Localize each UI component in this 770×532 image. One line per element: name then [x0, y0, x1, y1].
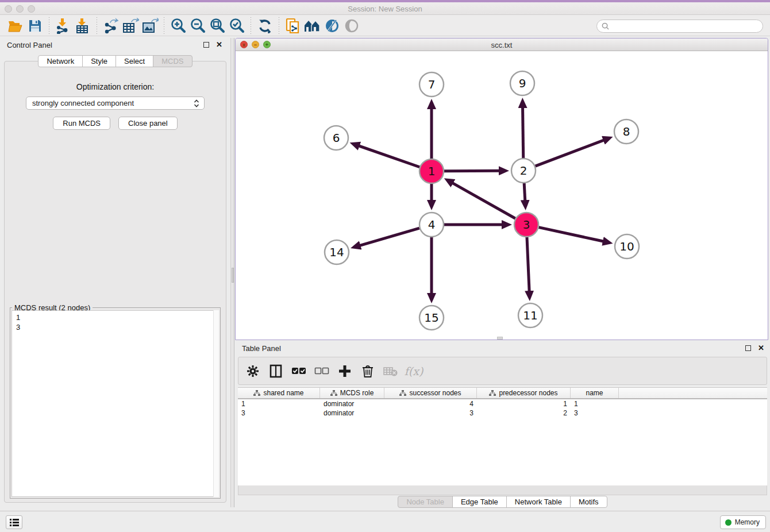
column-mcds-role[interactable]: MCDS role — [320, 388, 384, 398]
graph-edge-2-9[interactable] — [523, 107, 523, 158]
graph-edge-4-14[interactable] — [359, 228, 419, 245]
column-predecessor-nodes[interactable]: predecessor nodes — [477, 388, 571, 398]
zoom-in-icon[interactable] — [168, 17, 188, 35]
save-icon[interactable] — [25, 17, 45, 35]
select-all-icon[interactable] — [291, 364, 306, 379]
graph-edge-2-8[interactable] — [536, 140, 605, 167]
trash-icon[interactable] — [360, 364, 375, 379]
control-panel: Control Panel ✕ Network Style Select MCD… — [0, 38, 230, 507]
column-label: successor nodes — [409, 389, 461, 397]
main-toolbar — [0, 16, 770, 36]
refresh-icon[interactable] — [255, 17, 275, 35]
graph-edge-3-1[interactable] — [452, 183, 515, 218]
tab-mcds[interactable]: MCDS — [153, 55, 192, 67]
table-panel-title: Table Panel — [242, 344, 281, 353]
float-panel-icon[interactable] — [203, 42, 209, 48]
memory-label: Memory — [735, 518, 760, 526]
tree-icon — [330, 390, 337, 396]
tab-select[interactable]: Select — [116, 55, 153, 67]
delete-table-icon[interactable] — [383, 364, 398, 379]
graph-node-label: 8 — [623, 125, 630, 138]
cell-mcds-role[interactable]: dominator — [320, 408, 384, 418]
window-title: Session: New Session — [0, 5, 770, 13]
gear-icon[interactable] — [245, 364, 260, 379]
search-input[interactable] — [612, 22, 763, 30]
zoom-selected-icon[interactable] — [227, 17, 247, 35]
network-view-title: scc.txt — [236, 41, 768, 49]
export-table-icon[interactable] — [121, 17, 140, 35]
close-panel-button[interactable]: Close panel — [118, 117, 178, 130]
tab-edge-table[interactable]: Edge Table — [452, 496, 507, 508]
vertical-splitter[interactable] — [230, 38, 234, 507]
graph-edge-1-2[interactable] — [444, 171, 500, 171]
import-network-icon[interactable] — [53, 17, 73, 35]
column-successor-nodes[interactable]: successor nodes — [384, 388, 477, 398]
cell-successor-nodes[interactable]: 4 — [384, 399, 477, 408]
graph-edge-3-11[interactable] — [527, 237, 529, 292]
graph-node-label: 9 — [519, 76, 526, 90]
copy-network-icon[interactable] — [283, 17, 303, 35]
column-label: predecessor nodes — [499, 389, 557, 397]
export-image-icon[interactable] — [140, 17, 160, 35]
result-scrollbar[interactable] — [213, 310, 219, 497]
tab-style[interactable]: Style — [82, 55, 116, 67]
close-panel-icon[interactable]: ✕ — [216, 40, 222, 49]
optimization-criterion-select[interactable]: strongly connected component — [26, 97, 205, 110]
close-table-panel-icon[interactable]: ✕ — [758, 344, 764, 352]
column-name[interactable]: name — [571, 388, 619, 398]
graph-node-label: 2 — [520, 164, 528, 178]
table-row[interactable]: 3 dominator 3 2 3 — [238, 408, 767, 418]
graph-node-label: 15 — [424, 311, 438, 325]
splitter-handle[interactable] — [232, 268, 234, 283]
add-icon[interactable] — [337, 364, 352, 379]
columns-icon[interactable] — [268, 364, 283, 379]
cell-name[interactable]: 1 — [571, 399, 619, 408]
cell-shared-name[interactable]: 3 — [238, 408, 320, 418]
eye-icon[interactable] — [342, 17, 361, 35]
canvas-resize-handle[interactable] — [497, 337, 503, 340]
cell-mcds-role[interactable]: dominator — [320, 399, 384, 408]
cell-name[interactable]: 3 — [571, 408, 619, 418]
export-network-icon[interactable] — [101, 17, 121, 35]
table-tabs: Node Table Edge Table Network Table Moti… — [235, 496, 770, 508]
graph-edge-1-6[interactable] — [359, 146, 420, 167]
column-shared-name[interactable]: shared name — [238, 388, 320, 398]
tab-network[interactable]: Network — [38, 55, 83, 67]
cell-successor-nodes[interactable]: 3 — [384, 408, 477, 418]
zoom-fit-icon[interactable] — [207, 17, 227, 35]
table-row[interactable]: 1 dominator 4 1 1 — [238, 399, 767, 408]
search-box[interactable] — [596, 20, 763, 33]
cell-shared-name[interactable]: 1 — [238, 399, 320, 408]
tab-node-table[interactable]: Node Table — [398, 496, 453, 508]
run-mcds-button[interactable]: Run MCDS — [53, 117, 110, 130]
float-table-panel-icon[interactable] — [745, 345, 751, 351]
cell-predecessor-nodes[interactable]: 2 — [477, 408, 571, 418]
node-table: shared name MCDS role successor nodes pr… — [238, 387, 767, 486]
zoom-out-icon[interactable] — [188, 17, 207, 35]
mcds-result-group: MCDS result (2 nodes) 1 3 — [10, 307, 221, 499]
graph-edge-3-10[interactable] — [538, 228, 603, 242]
mcds-result-textarea[interactable]: 1 3 — [11, 310, 219, 497]
task-history-button[interactable] — [6, 515, 22, 529]
memory-button[interactable]: Memory — [720, 515, 766, 529]
cell-predecessor-nodes[interactable]: 1 — [477, 399, 571, 408]
function-icon[interactable]: f(x) — [406, 364, 421, 379]
memory-status-dot — [725, 519, 732, 526]
network-graph[interactable]: 7968124314101511 — [236, 51, 768, 340]
network-canvas[interactable]: 7968124314101511 — [236, 51, 768, 340]
tab-network-table[interactable]: Network Table — [506, 496, 571, 508]
toolbar-separator — [164, 17, 164, 34]
unselect-all-icon[interactable] — [314, 364, 329, 379]
graph-edge-2-3[interactable] — [524, 183, 525, 201]
network-view-window: x − + scc.txt 7968124314101511 — [235, 38, 768, 340]
graph-node-label: 7 — [428, 78, 436, 91]
import-table-icon[interactable] — [73, 17, 93, 35]
open-file-icon[interactable] — [6, 17, 25, 35]
first-neighbors-icon[interactable] — [303, 17, 322, 35]
vizmapper-icon[interactable] — [322, 17, 342, 35]
tab-motifs[interactable]: Motifs — [570, 496, 607, 508]
control-panel-title: Control Panel — [7, 41, 52, 49]
toolbar-separator — [97, 17, 97, 34]
network-window-titlebar: x − + scc.txt — [236, 38, 768, 51]
column-label: name — [586, 389, 603, 397]
